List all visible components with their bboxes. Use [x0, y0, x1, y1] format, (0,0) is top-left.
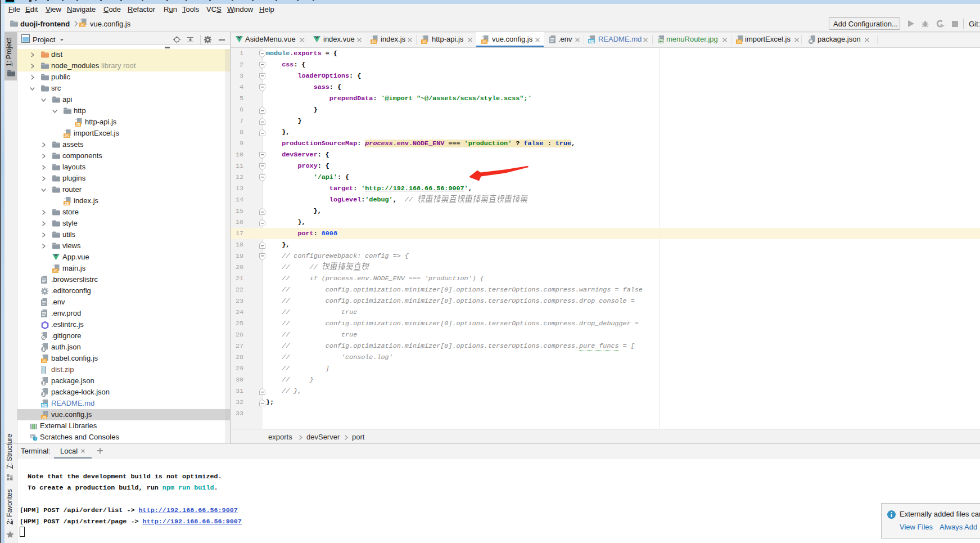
svg-text:JS: JS: [737, 40, 742, 44]
svg-text:JS: JS: [482, 40, 487, 44]
svg-text:MD: MD: [589, 39, 594, 43]
svg-text:JS: JS: [80, 23, 85, 27]
svg-text:JS: JS: [64, 134, 69, 138]
svg-text:JS: JS: [371, 40, 376, 44]
svg-text:JS: JS: [42, 359, 47, 363]
svg-text:JS: JS: [422, 40, 427, 44]
svg-text:JS: JS: [42, 415, 47, 419]
svg-text:JS: JS: [75, 123, 80, 127]
svg-text:JS: JS: [64, 201, 69, 205]
svg-text:JS: JS: [53, 269, 58, 273]
svg-text:MD: MD: [42, 403, 47, 407]
